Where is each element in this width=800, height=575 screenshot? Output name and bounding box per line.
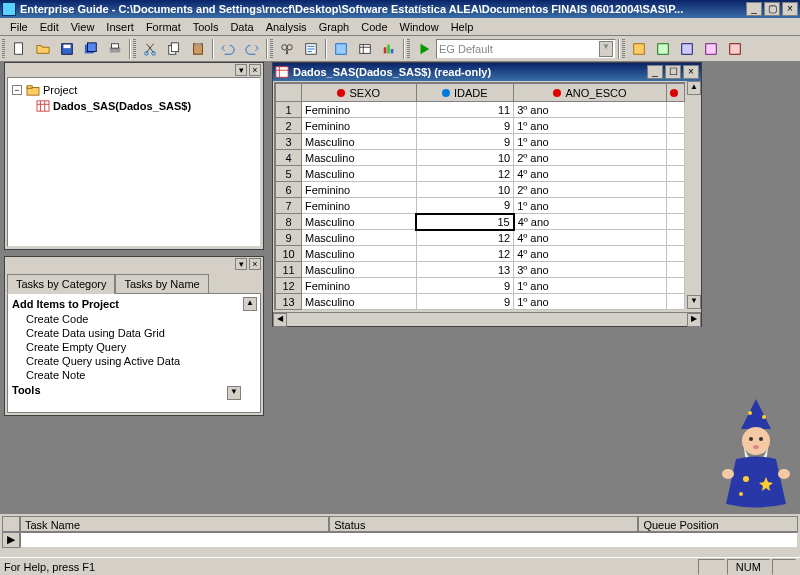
grid-corner[interactable] bbox=[276, 84, 302, 102]
task-status-body[interactable] bbox=[20, 532, 798, 548]
cell-sexo[interactable]: Feminino bbox=[302, 198, 417, 214]
cell-extra[interactable] bbox=[667, 166, 685, 182]
toolbar-grip[interactable] bbox=[407, 39, 410, 59]
cell-sexo[interactable]: Masculino bbox=[302, 294, 417, 310]
task-button-4[interactable] bbox=[378, 38, 400, 60]
data-grid[interactable]: SEXOIDADEANO_ESCO1Feminino113º ano2Femin… bbox=[275, 83, 685, 310]
pane-close-button[interactable]: × bbox=[249, 64, 261, 76]
scroll-up-icon[interactable]: ▲ bbox=[687, 81, 701, 95]
row-number[interactable]: 12 bbox=[276, 278, 302, 294]
task-button[interactable] bbox=[300, 38, 322, 60]
task-item[interactable]: Create Empty Query bbox=[10, 340, 258, 354]
row-number[interactable]: 8 bbox=[276, 214, 302, 230]
task-item[interactable]: Create Note bbox=[10, 368, 258, 382]
col-queue-position[interactable]: Queue Position bbox=[638, 516, 798, 532]
cut-button[interactable] bbox=[139, 38, 161, 60]
cell-idade[interactable]: 12 bbox=[416, 230, 514, 246]
row-number[interactable]: 11 bbox=[276, 262, 302, 278]
open-button[interactable] bbox=[32, 38, 54, 60]
cell-ano-esco[interactable]: 1º ano bbox=[514, 294, 667, 310]
minimize-button[interactable]: _ bbox=[746, 2, 762, 16]
print-button[interactable] bbox=[104, 38, 126, 60]
menu-tools[interactable]: Tools bbox=[187, 19, 225, 35]
tree-collapse-icon[interactable]: − bbox=[12, 85, 22, 95]
horizontal-scrollbar[interactable]: ◀ ▶ bbox=[273, 312, 701, 326]
col-extra[interactable] bbox=[667, 84, 685, 102]
menu-file[interactable]: File bbox=[4, 19, 34, 35]
task-button-3[interactable] bbox=[354, 38, 376, 60]
grid-row[interactable]: 3Masculino91º ano bbox=[276, 134, 685, 150]
copy-button[interactable] bbox=[163, 38, 185, 60]
toolbar-grip[interactable] bbox=[622, 39, 625, 59]
cell-idade[interactable]: 12 bbox=[416, 246, 514, 262]
grid-row[interactable]: 9Masculino124º ano bbox=[276, 230, 685, 246]
new-button[interactable] bbox=[8, 38, 30, 60]
cell-extra[interactable] bbox=[667, 198, 685, 214]
row-number[interactable]: 6 bbox=[276, 182, 302, 198]
grid-row[interactable]: 1Feminino113º ano bbox=[276, 102, 685, 118]
col-task-name[interactable]: Task Name bbox=[20, 516, 329, 532]
row-number[interactable]: 5 bbox=[276, 166, 302, 182]
cell-ano-esco[interactable]: 2º ano bbox=[514, 150, 667, 166]
cell-idade[interactable]: 12 bbox=[416, 166, 514, 182]
cell-extra[interactable] bbox=[667, 278, 685, 294]
paste-button[interactable] bbox=[187, 38, 209, 60]
tree-item[interactable]: Dados_SAS(Dados_SAS$) bbox=[12, 98, 256, 114]
cell-extra[interactable] bbox=[667, 230, 685, 246]
cell-sexo[interactable]: Feminino bbox=[302, 102, 417, 118]
cell-idade[interactable]: 15 bbox=[416, 214, 514, 230]
toolbar-grip[interactable] bbox=[270, 39, 273, 59]
menu-format[interactable]: Format bbox=[140, 19, 187, 35]
scroll-down-button[interactable]: ▼ bbox=[227, 386, 241, 400]
cell-sexo[interactable]: Masculino bbox=[302, 246, 417, 262]
cell-idade[interactable]: 11 bbox=[416, 102, 514, 118]
vertical-scrollbar[interactable]: ▲ ▼ bbox=[687, 81, 701, 312]
task-button-2[interactable] bbox=[330, 38, 352, 60]
cell-idade[interactable]: 10 bbox=[416, 150, 514, 166]
cell-sexo[interactable]: Masculino bbox=[302, 150, 417, 166]
tool-b[interactable] bbox=[652, 38, 674, 60]
task-item[interactable]: Create Query using Active Data bbox=[10, 354, 258, 368]
menu-graph[interactable]: Graph bbox=[313, 19, 356, 35]
cell-idade[interactable]: 10 bbox=[416, 182, 514, 198]
cell-ano-esco[interactable]: 3º ano bbox=[514, 102, 667, 118]
close-button[interactable]: × bbox=[782, 2, 798, 16]
col-sexo[interactable]: SEXO bbox=[302, 84, 417, 102]
toolbar-grip[interactable] bbox=[2, 39, 5, 59]
menu-help[interactable]: Help bbox=[445, 19, 480, 35]
combo-dropdown-icon[interactable]: ▼ bbox=[599, 41, 613, 57]
save-all-button[interactable] bbox=[80, 38, 102, 60]
grid-row[interactable]: 7Feminino91º ano bbox=[276, 198, 685, 214]
find-button[interactable] bbox=[276, 38, 298, 60]
cell-idade[interactable]: 9 bbox=[416, 198, 514, 214]
tab-tasks-by-category[interactable]: Tasks by Category bbox=[7, 274, 115, 294]
project-tree[interactable]: − Project Dados_SAS(Dados_SAS$) bbox=[7, 77, 261, 247]
tool-c[interactable] bbox=[676, 38, 698, 60]
cell-ano-esco[interactable]: 1º ano bbox=[514, 118, 667, 134]
row-number[interactable]: 9 bbox=[276, 230, 302, 246]
cell-extra[interactable] bbox=[667, 134, 685, 150]
scroll-up-button[interactable]: ▲ bbox=[243, 297, 257, 311]
grid-row[interactable]: 13Masculino91º ano bbox=[276, 294, 685, 310]
menu-view[interactable]: View bbox=[65, 19, 101, 35]
tool-a[interactable] bbox=[628, 38, 650, 60]
cell-extra[interactable] bbox=[667, 118, 685, 134]
cell-idade[interactable]: 9 bbox=[416, 294, 514, 310]
cell-extra[interactable] bbox=[667, 214, 685, 230]
pane-close-button[interactable]: × bbox=[249, 258, 261, 270]
restore-button[interactable]: ▢ bbox=[764, 2, 780, 16]
grid-row[interactable]: 8Masculino154º ano bbox=[276, 214, 685, 230]
cell-ano-esco[interactable]: 1º ano bbox=[514, 134, 667, 150]
pane-pin-button[interactable]: ▾ bbox=[235, 64, 247, 76]
task-item[interactable]: Create Code bbox=[10, 312, 258, 326]
grid-row[interactable]: 12Feminino91º ano bbox=[276, 278, 685, 294]
cell-idade[interactable]: 9 bbox=[416, 118, 514, 134]
cell-extra[interactable] bbox=[667, 182, 685, 198]
cell-extra[interactable] bbox=[667, 246, 685, 262]
row-number[interactable]: 3 bbox=[276, 134, 302, 150]
toolbar-grip[interactable] bbox=[133, 39, 136, 59]
scroll-down-icon[interactable]: ▼ bbox=[687, 295, 701, 309]
scroll-left-icon[interactable]: ◀ bbox=[273, 313, 287, 327]
menu-insert[interactable]: Insert bbox=[100, 19, 140, 35]
cell-ano-esco[interactable]: 4º ano bbox=[514, 246, 667, 262]
